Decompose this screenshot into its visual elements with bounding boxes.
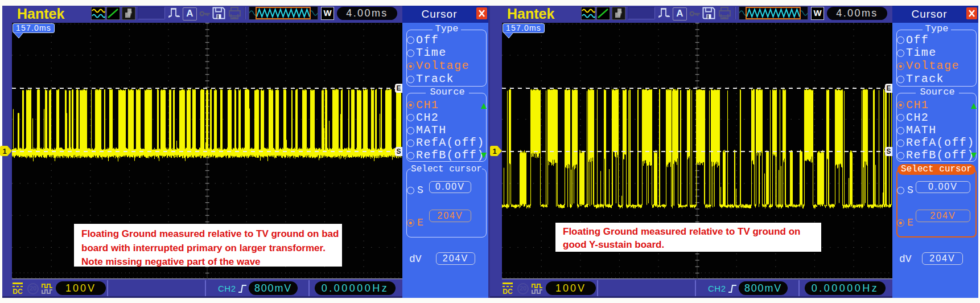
svg-text:1: 1 <box>492 147 496 155</box>
svg-text:DC: DC <box>503 288 513 295</box>
